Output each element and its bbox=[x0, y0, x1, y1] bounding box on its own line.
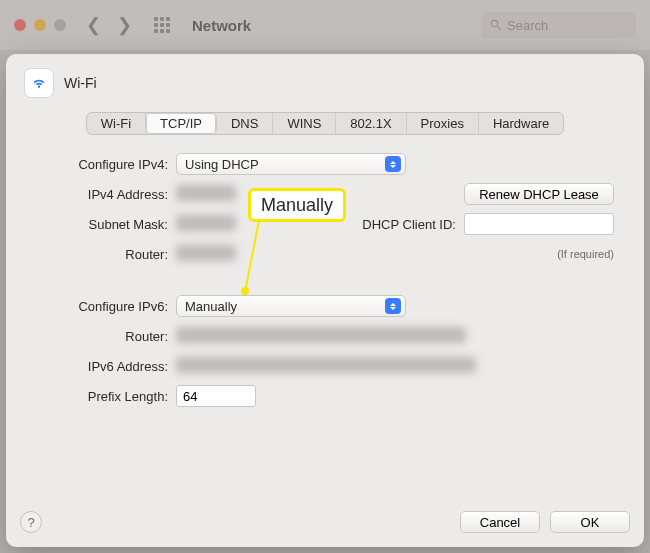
tab-wins[interactable]: WINS bbox=[273, 113, 336, 134]
if-required-hint: (If required) bbox=[557, 248, 614, 260]
close-window-button[interactable] bbox=[14, 19, 26, 31]
tabs-container: Wi-Fi TCP/IP DNS WINS 802.1X Proxies Har… bbox=[6, 112, 644, 135]
sheet-title: Wi-Fi bbox=[64, 75, 97, 91]
sheet-footer: ? Cancel OK bbox=[6, 501, 644, 547]
search-icon bbox=[489, 18, 503, 32]
forward-button[interactable]: ❯ bbox=[113, 14, 136, 36]
back-button[interactable]: ❮ bbox=[82, 14, 105, 36]
tab-proxies[interactable]: Proxies bbox=[407, 113, 479, 134]
help-button[interactable]: ? bbox=[20, 511, 42, 533]
ipv4-address-label: IPv4 Address: bbox=[36, 187, 176, 202]
router6-value bbox=[176, 327, 466, 346]
configure-ipv6-value: Manually bbox=[185, 299, 237, 314]
prefix-length-label: Prefix Length: bbox=[36, 389, 176, 404]
zoom-window-button[interactable] bbox=[54, 19, 66, 31]
sheet-header: Wi-Fi bbox=[6, 54, 644, 106]
router4-value bbox=[176, 245, 236, 264]
show-all-prefs-icon[interactable] bbox=[154, 17, 170, 33]
tabbar: Wi-Fi TCP/IP DNS WINS 802.1X Proxies Har… bbox=[86, 112, 565, 135]
prefix-length-input[interactable] bbox=[176, 385, 256, 407]
network-advanced-sheet: Wi-Fi Wi-Fi TCP/IP DNS WINS 802.1X Proxi… bbox=[6, 54, 644, 547]
tab-8021x[interactable]: 802.1X bbox=[336, 113, 406, 134]
configure-ipv4-select[interactable]: Using DHCP bbox=[176, 153, 406, 175]
chevron-updown-icon bbox=[385, 156, 401, 172]
tab-wifi[interactable]: Wi-Fi bbox=[87, 113, 146, 134]
tcpip-form: Configure IPv4: Using DHCP IPv4 Address:… bbox=[6, 149, 644, 501]
ipv4-address-value bbox=[176, 185, 236, 204]
toolbar: ❮ ❯ Network bbox=[0, 0, 650, 50]
search-field-wrap bbox=[481, 12, 636, 38]
dhcp-client-id-input[interactable] bbox=[464, 213, 614, 235]
configure-ipv4-value: Using DHCP bbox=[185, 157, 259, 172]
window-traffic-lights bbox=[14, 19, 66, 31]
wifi-icon bbox=[24, 68, 54, 98]
search-input[interactable] bbox=[481, 12, 636, 38]
renew-dhcp-button[interactable]: Renew DHCP Lease bbox=[464, 183, 614, 205]
router6-label: Router: bbox=[36, 329, 176, 344]
ipv6-address-value bbox=[176, 357, 476, 376]
toolbar-title: Network bbox=[192, 17, 251, 34]
dhcp-client-id-label: DHCP Client ID: bbox=[362, 217, 456, 232]
configure-ipv6-select[interactable]: Manually bbox=[176, 295, 406, 317]
tab-hardware[interactable]: Hardware bbox=[479, 113, 563, 134]
ipv6-address-label: IPv6 Address: bbox=[36, 359, 176, 374]
configure-ipv6-label: Configure IPv6: bbox=[36, 299, 176, 314]
subnet-mask-label: Subnet Mask: bbox=[36, 217, 176, 232]
cancel-button[interactable]: Cancel bbox=[460, 511, 540, 533]
configure-ipv4-label: Configure IPv4: bbox=[36, 157, 176, 172]
tab-dns[interactable]: DNS bbox=[217, 113, 273, 134]
ok-button[interactable]: OK bbox=[550, 511, 630, 533]
chevron-updown-icon bbox=[385, 298, 401, 314]
subnet-mask-value bbox=[176, 215, 236, 234]
router4-label: Router: bbox=[36, 247, 176, 262]
tab-tcpip[interactable]: TCP/IP bbox=[146, 113, 217, 134]
minimize-window-button[interactable] bbox=[34, 19, 46, 31]
